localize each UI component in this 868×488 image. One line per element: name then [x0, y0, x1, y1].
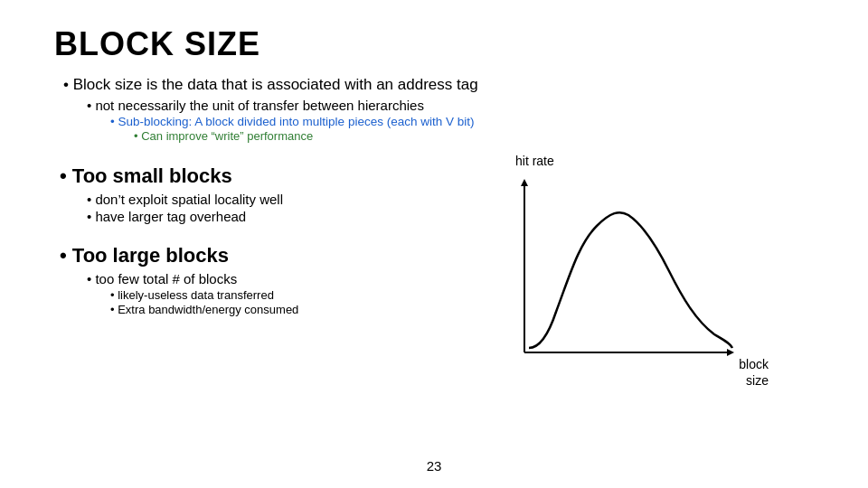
right-column: hit rate block size: [443, 154, 814, 389]
bullet-1-text: • Block size is the data that is associa…: [63, 76, 814, 94]
section-large-subsub2: • Extra bandwidth/energy consumed: [110, 303, 443, 316]
svg-marker-2: [521, 179, 528, 186]
left-column: • Too small blocks • don’t exploit spati…: [54, 154, 443, 389]
section-large-sub1: • too few total # of blocks: [87, 271, 443, 286]
bullet-1: • Block size is the data that is associa…: [54, 76, 814, 143]
slide-title: BLOCK SIZE: [54, 25, 814, 63]
content-area: • Too small blocks • don’t exploit spati…: [54, 154, 814, 389]
section-small-sub1: • don’t exploit spatial locality well: [87, 192, 443, 207]
hit-rate-label: hit rate: [515, 154, 554, 168]
slide: BLOCK SIZE • Block size is the data that…: [0, 0, 868, 488]
bullet-1-sub-blue: • Sub-blocking: A block divided into mul…: [110, 115, 814, 128]
block-size-label: block size: [739, 356, 769, 389]
section-small-sub2: • have larger tag overhead: [87, 209, 443, 224]
page-number: 23: [427, 458, 442, 474]
chart: hit rate block size: [488, 154, 769, 389]
chart-svg: [488, 172, 741, 380]
bullet-1-sub-green: • Can improve “write” performance: [134, 129, 814, 143]
bullet-1-sub: • not necessarily the unit of transfer b…: [87, 98, 814, 113]
section-small-heading: • Too small blocks: [60, 164, 443, 188]
section-large-subsub1: • likely-useless data transferred: [110, 288, 443, 302]
section-large-heading: • Too large blocks: [60, 244, 443, 267]
svg-marker-3: [727, 349, 734, 356]
